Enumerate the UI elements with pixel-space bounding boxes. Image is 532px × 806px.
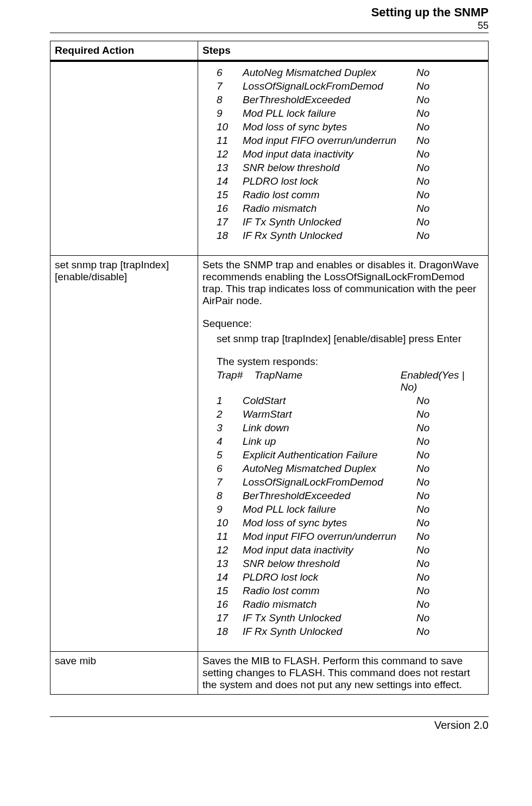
- trap-enabled: No: [416, 626, 429, 638]
- trap-num: 15: [217, 585, 243, 597]
- trap-row: 12Mod input data inactivityNo: [202, 544, 484, 556]
- trap-row: 6AutoNeg Mismatched DuplexNo: [202, 463, 484, 475]
- trap-name: Mod input FIFO overrun/underrun: [243, 531, 416, 543]
- trap-row: 18IF Rx Synth UnlockedNo: [202, 230, 484, 242]
- trap-row: 1ColdStartNo: [202, 395, 484, 407]
- trap-num: 6: [217, 67, 243, 79]
- trap-row: 9Mod PLL lock failureNo: [202, 108, 484, 119]
- trap-num: 6: [217, 463, 243, 475]
- trap-num: 13: [217, 558, 243, 570]
- trap-row: 14PLDRO lost lockNo: [202, 175, 484, 187]
- trap-num: 3: [217, 422, 243, 434]
- trap-name: BerThresholdExceeded: [243, 490, 416, 502]
- page-number: 55: [50, 20, 489, 32]
- trap-enabled: No: [416, 544, 429, 556]
- trap-row: 7LossOfSignalLockFromDemodNo: [202, 80, 484, 92]
- trap-enabled: No: [416, 503, 429, 515]
- trap-name: Radio mismatch: [243, 203, 416, 215]
- table-row: save mib Saves the MIB to FLASH. Perform…: [50, 652, 489, 695]
- trap-name: SNR below threshold: [243, 558, 416, 570]
- trap-num: 17: [217, 216, 243, 228]
- trap-name: Mod PLL lock failure: [243, 503, 416, 515]
- trap-num: 8: [217, 94, 243, 106]
- header-rule: [50, 33, 489, 33]
- trap-name: Mod PLL lock failure: [243, 108, 416, 119]
- trap-row: 3Link downNo: [202, 422, 484, 434]
- trap-enabled: No: [416, 67, 429, 79]
- trap-enabled: No: [416, 571, 429, 583]
- trap-num: 4: [217, 436, 243, 448]
- actions-table: Required Action Steps 6AutoNeg Mismatche…: [50, 41, 489, 695]
- trap-row: 10Mod loss of sync bytesNo: [202, 121, 484, 133]
- trap-num: 14: [217, 175, 243, 187]
- trap-row: 15Radio lost commNo: [202, 189, 484, 201]
- trap-name: LossOfSignalLockFromDemod: [243, 476, 416, 488]
- trap-name: SNR below threshold: [243, 162, 416, 174]
- trap-num: 9: [217, 503, 243, 515]
- trap-row: 17IF Tx Synth UnlockedNo: [202, 612, 484, 624]
- system-responds-text: The system responds:: [202, 356, 484, 368]
- trap-enabled: No: [416, 203, 429, 215]
- trap-enabled: No: [416, 436, 429, 448]
- trap-name: IF Rx Synth Unlocked: [243, 626, 416, 638]
- row2-description: Sets the SNMP trap and enables or disabl…: [202, 259, 484, 307]
- trap-name: Explicit Authentication Failure: [243, 449, 416, 461]
- trap-num: 12: [217, 544, 243, 556]
- trap-name: Mod input data inactivity: [243, 544, 416, 556]
- trap-enabled: No: [416, 135, 429, 147]
- trap-name: IF Rx Synth Unlocked: [243, 230, 416, 242]
- trap-name: AutoNeg Mismatched Duplex: [243, 67, 416, 79]
- trap-enabled: No: [416, 612, 429, 624]
- trap-row: 9Mod PLL lock failureNo: [202, 503, 484, 515]
- row2-action: set snmp trap [trapIndex] [enable/disabl…: [50, 256, 198, 652]
- table-row: set snmp trap [trapIndex] [enable/disabl…: [50, 256, 489, 652]
- trap-enabled: No: [416, 585, 429, 597]
- sequence-text: set snmp trap [trapIndex] [enable/disabl…: [202, 333, 484, 345]
- trap-enabled: No: [416, 517, 429, 529]
- page-header-title: Setting up the SNMP: [50, 5, 489, 20]
- trap-header-num: Trap#: [217, 369, 255, 393]
- trap-row: 11Mod input FIFO overrun/underrunNo: [202, 531, 484, 543]
- sequence-label: Sequence:: [202, 318, 484, 330]
- trap-num: 7: [217, 476, 243, 488]
- row3-steps: Saves the MIB to FLASH. Perform this com…: [198, 652, 489, 695]
- trap-row: 15Radio lost commNo: [202, 585, 484, 597]
- trap-enabled: No: [416, 463, 429, 475]
- trap-row: 18IF Rx Synth UnlockedNo: [202, 626, 484, 638]
- trap-num: 18: [217, 230, 243, 242]
- trap-name: PLDRO lost lock: [243, 571, 416, 583]
- trap-num: 14: [217, 571, 243, 583]
- trap-num: 12: [217, 148, 243, 160]
- trap-list-header: Trap# TrapName Enabled(Yes | No): [202, 369, 484, 393]
- trap-enabled: No: [416, 94, 429, 106]
- footer-rule: [50, 716, 489, 717]
- trap-row: 6AutoNeg Mismatched DuplexNo: [202, 67, 484, 79]
- trap-row: 16Radio mismatchNo: [202, 599, 484, 610]
- trap-num: 13: [217, 162, 243, 174]
- row2-steps: Sets the SNMP trap and enables or disabl…: [198, 256, 489, 652]
- trap-num: 9: [217, 108, 243, 119]
- trap-row: 17IF Tx Synth UnlockedNo: [202, 216, 484, 228]
- trap-row: 4Link upNo: [202, 436, 484, 448]
- row1-action: [50, 61, 198, 256]
- trap-row: 8BerThresholdExceededNo: [202, 94, 484, 106]
- trap-name: LossOfSignalLockFromDemod: [243, 80, 416, 92]
- trap-num: 18: [217, 626, 243, 638]
- trap-enabled: No: [416, 490, 429, 502]
- trap-name: WarmStart: [243, 408, 416, 420]
- trap-enabled: No: [416, 108, 429, 119]
- trap-name: AutoNeg Mismatched Duplex: [243, 463, 416, 475]
- trap-num: 10: [217, 121, 243, 133]
- table-row: 6AutoNeg Mismatched DuplexNo7LossOfSigna…: [50, 61, 489, 256]
- trap-name: BerThresholdExceeded: [243, 94, 416, 106]
- trap-num: 8: [217, 490, 243, 502]
- trap-header-enabled: Enabled(Yes | No): [401, 369, 484, 393]
- trap-row: 13SNR below thresholdNo: [202, 162, 484, 174]
- trap-row: 16Radio mismatchNo: [202, 203, 484, 215]
- trap-name: Radio mismatch: [243, 599, 416, 610]
- trap-row: 10Mod loss of sync bytesNo: [202, 517, 484, 529]
- trap-enabled: No: [416, 395, 429, 407]
- trap-num: 15: [217, 189, 243, 201]
- trap-num: 7: [217, 80, 243, 92]
- trap-enabled: No: [416, 189, 429, 201]
